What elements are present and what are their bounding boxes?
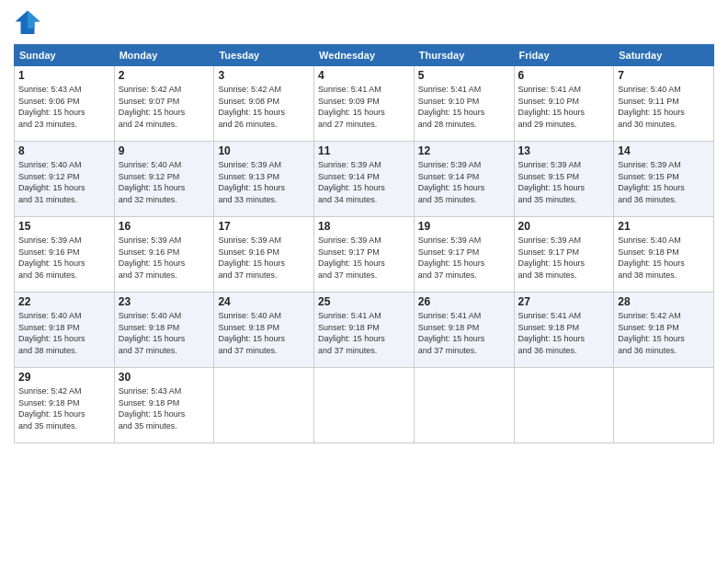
- calendar-cell: 20Sunrise: 5:39 AMSunset: 9:17 PMDayligh…: [514, 217, 614, 293]
- svg-marker-1: [28, 11, 40, 29]
- calendar-cell: [214, 368, 314, 443]
- calendar-cell: [414, 368, 514, 443]
- calendar-cell: 11Sunrise: 5:39 AMSunset: 9:14 PMDayligh…: [314, 142, 415, 217]
- day-info: Sunrise: 5:41 AMSunset: 9:09 PMDaylight:…: [318, 84, 410, 130]
- calendar-week-1: 1Sunrise: 5:43 AMSunset: 9:06 PMDaylight…: [15, 66, 714, 142]
- day-number: 15: [18, 220, 110, 233]
- day-info: Sunrise: 5:40 AMSunset: 9:12 PMDaylight:…: [119, 159, 210, 205]
- day-number: 8: [18, 144, 110, 157]
- calendar-week-4: 22Sunrise: 5:40 AMSunset: 9:18 PMDayligh…: [15, 293, 714, 368]
- day-info: Sunrise: 5:41 AMSunset: 9:10 PMDaylight:…: [418, 84, 510, 130]
- day-number: 23: [119, 295, 210, 308]
- day-number: 24: [218, 295, 310, 308]
- calendar-cell: 2Sunrise: 5:42 AMSunset: 9:07 PMDaylight…: [114, 66, 214, 142]
- day-info: Sunrise: 5:40 AMSunset: 9:18 PMDaylight:…: [119, 310, 210, 356]
- day-number: 3: [218, 69, 310, 82]
- day-info: Sunrise: 5:42 AMSunset: 9:07 PMDaylight:…: [119, 84, 210, 130]
- calendar-cell: 22Sunrise: 5:40 AMSunset: 9:18 PMDayligh…: [15, 293, 115, 368]
- calendar-table: SundayMondayTuesdayWednesdayThursdayFrid…: [14, 44, 714, 443]
- day-info: Sunrise: 5:39 AMSunset: 9:17 PMDaylight:…: [518, 235, 610, 281]
- day-number: 30: [119, 371, 210, 384]
- day-number: 28: [618, 295, 710, 308]
- calendar-header-wednesday: Wednesday: [314, 45, 415, 66]
- day-info: Sunrise: 5:39 AMSunset: 9:17 PMDaylight:…: [318, 235, 410, 281]
- calendar-cell: [514, 368, 614, 443]
- day-number: 10: [218, 144, 310, 157]
- day-number: 9: [119, 144, 210, 157]
- day-number: 7: [618, 69, 710, 82]
- day-number: 17: [218, 220, 310, 233]
- calendar-cell: 1Sunrise: 5:43 AMSunset: 9:06 PMDaylight…: [15, 66, 115, 142]
- day-info: Sunrise: 5:39 AMSunset: 9:16 PMDaylight:…: [18, 235, 110, 281]
- calendar-cell: 5Sunrise: 5:41 AMSunset: 9:10 PMDaylight…: [414, 66, 514, 142]
- calendar-header-tuesday: Tuesday: [214, 45, 314, 66]
- calendar-header-friday: Friday: [514, 45, 614, 66]
- day-info: Sunrise: 5:40 AMSunset: 9:18 PMDaylight:…: [218, 310, 310, 356]
- day-info: Sunrise: 5:40 AMSunset: 9:18 PMDaylight:…: [18, 310, 110, 356]
- day-info: Sunrise: 5:42 AMSunset: 9:18 PMDaylight:…: [618, 310, 710, 356]
- calendar-cell: 26Sunrise: 5:41 AMSunset: 9:18 PMDayligh…: [414, 293, 514, 368]
- calendar-cell: 23Sunrise: 5:40 AMSunset: 9:18 PMDayligh…: [114, 293, 214, 368]
- calendar-cell: 8Sunrise: 5:40 AMSunset: 9:12 PMDaylight…: [15, 142, 115, 217]
- day-info: Sunrise: 5:43 AMSunset: 9:18 PMDaylight:…: [119, 385, 210, 431]
- calendar-cell: 25Sunrise: 5:41 AMSunset: 9:18 PMDayligh…: [314, 293, 415, 368]
- day-info: Sunrise: 5:41 AMSunset: 9:18 PMDaylight:…: [318, 310, 410, 356]
- day-info: Sunrise: 5:39 AMSunset: 9:13 PMDaylight:…: [218, 159, 310, 205]
- calendar-cell: 4Sunrise: 5:41 AMSunset: 9:09 PMDaylight…: [314, 66, 415, 142]
- calendar-cell: 7Sunrise: 5:40 AMSunset: 9:11 PMDaylight…: [614, 66, 714, 142]
- day-info: Sunrise: 5:40 AMSunset: 9:11 PMDaylight:…: [618, 84, 710, 130]
- calendar-cell: 21Sunrise: 5:40 AMSunset: 9:18 PMDayligh…: [614, 217, 714, 293]
- calendar-cell: 6Sunrise: 5:41 AMSunset: 9:10 PMDaylight…: [514, 66, 614, 142]
- calendar-header-row: SundayMondayTuesdayWednesdayThursdayFrid…: [15, 45, 714, 66]
- day-number: 25: [318, 295, 410, 308]
- calendar-header-thursday: Thursday: [414, 45, 514, 66]
- day-info: Sunrise: 5:39 AMSunset: 9:14 PMDaylight:…: [318, 159, 410, 205]
- day-number: 22: [18, 295, 110, 308]
- day-number: 4: [318, 69, 410, 82]
- calendar-cell: 13Sunrise: 5:39 AMSunset: 9:15 PMDayligh…: [514, 142, 614, 217]
- day-info: Sunrise: 5:42 AMSunset: 9:18 PMDaylight:…: [18, 385, 110, 431]
- logo-icon: [14, 9, 41, 37]
- calendar-cell: 28Sunrise: 5:42 AMSunset: 9:18 PMDayligh…: [614, 293, 714, 368]
- calendar-week-3: 15Sunrise: 5:39 AMSunset: 9:16 PMDayligh…: [15, 217, 714, 293]
- calendar-cell: 9Sunrise: 5:40 AMSunset: 9:12 PMDaylight…: [114, 142, 214, 217]
- day-number: 2: [119, 69, 210, 82]
- day-number: 18: [318, 220, 410, 233]
- day-info: Sunrise: 5:39 AMSunset: 9:16 PMDaylight:…: [218, 235, 310, 281]
- day-number: 29: [18, 371, 110, 384]
- calendar-cell: 14Sunrise: 5:39 AMSunset: 9:15 PMDayligh…: [614, 142, 714, 217]
- day-info: Sunrise: 5:39 AMSunset: 9:15 PMDaylight:…: [618, 159, 710, 205]
- calendar-cell: 19Sunrise: 5:39 AMSunset: 9:17 PMDayligh…: [414, 217, 514, 293]
- calendar-header-monday: Monday: [114, 45, 214, 66]
- day-number: 1: [18, 69, 110, 82]
- day-number: 5: [418, 69, 510, 82]
- calendar-cell: 3Sunrise: 5:42 AMSunset: 9:08 PMDaylight…: [214, 66, 314, 142]
- calendar-cell: 17Sunrise: 5:39 AMSunset: 9:16 PMDayligh…: [214, 217, 314, 293]
- day-number: 21: [618, 220, 710, 233]
- calendar-cell: 24Sunrise: 5:40 AMSunset: 9:18 PMDayligh…: [214, 293, 314, 368]
- day-info: Sunrise: 5:39 AMSunset: 9:15 PMDaylight:…: [518, 159, 610, 205]
- calendar-cell: [314, 368, 415, 443]
- day-info: Sunrise: 5:41 AMSunset: 9:10 PMDaylight:…: [518, 84, 610, 130]
- day-number: 16: [119, 220, 210, 233]
- day-number: 6: [518, 69, 610, 82]
- calendar-header-sunday: Sunday: [15, 45, 115, 66]
- day-number: 13: [518, 144, 610, 157]
- calendar-week-5: 29Sunrise: 5:42 AMSunset: 9:18 PMDayligh…: [15, 368, 714, 443]
- day-info: Sunrise: 5:39 AMSunset: 9:17 PMDaylight:…: [418, 235, 510, 281]
- calendar-cell: 27Sunrise: 5:41 AMSunset: 9:18 PMDayligh…: [514, 293, 614, 368]
- calendar-week-2: 8Sunrise: 5:40 AMSunset: 9:12 PMDaylight…: [15, 142, 714, 217]
- calendar-header-saturday: Saturday: [614, 45, 714, 66]
- calendar-cell: 10Sunrise: 5:39 AMSunset: 9:13 PMDayligh…: [214, 142, 314, 217]
- day-info: Sunrise: 5:43 AMSunset: 9:06 PMDaylight:…: [18, 84, 110, 130]
- day-info: Sunrise: 5:41 AMSunset: 9:18 PMDaylight:…: [518, 310, 610, 356]
- day-info: Sunrise: 5:42 AMSunset: 9:08 PMDaylight:…: [218, 84, 310, 130]
- calendar-cell: 18Sunrise: 5:39 AMSunset: 9:17 PMDayligh…: [314, 217, 415, 293]
- day-number: 26: [418, 295, 510, 308]
- calendar-cell: [614, 368, 714, 443]
- day-info: Sunrise: 5:39 AMSunset: 9:14 PMDaylight:…: [418, 159, 510, 205]
- day-number: 14: [618, 144, 710, 157]
- day-info: Sunrise: 5:40 AMSunset: 9:18 PMDaylight:…: [618, 235, 710, 281]
- day-number: 27: [518, 295, 610, 308]
- day-info: Sunrise: 5:39 AMSunset: 9:16 PMDaylight:…: [119, 235, 210, 281]
